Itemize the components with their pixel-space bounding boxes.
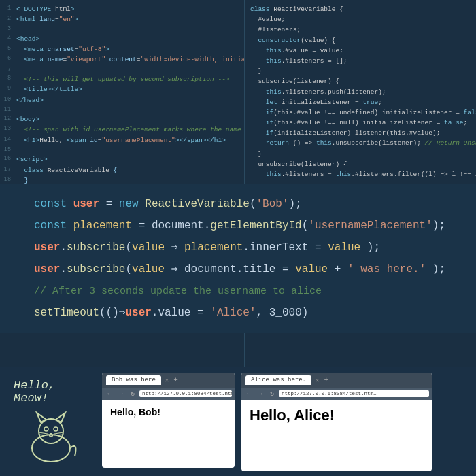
code-line: if(this.#value !== null) initializeListe…: [245, 118, 476, 128]
code-line: return () => this.unsubscribe(listener);…: [245, 138, 476, 148]
browser-alice: Alice was here. ✕ + ← → ↻ http://127.0.0…: [241, 373, 432, 471]
main-code-line: const user = new ReactiveVariable('Bob')…: [34, 193, 442, 215]
browser-content-alice: Hello, Alice!: [241, 400, 432, 431]
svg-marker-3: [56, 413, 65, 422]
code-line: 3: [0, 24, 244, 34]
code-line: this.#listeners = [];: [245, 56, 476, 66]
main-code-display: const user = new ReactiveVariable('Bob')…: [0, 184, 476, 333]
code-line: 9 <title></title>: [0, 84, 244, 95]
main-code-line: setTimeout(()⇒user.value = 'Alice', 3_00…: [34, 302, 442, 324]
code-line: 10</head>: [0, 95, 244, 105]
svg-point-0: [32, 435, 70, 462]
code-line: #value;: [245, 14, 476, 24]
code-line: if(this.#value !== undefined) initialize…: [245, 107, 476, 118]
url-bar-bob[interactable]: http://127.0.0.1:8084/test.html: [139, 390, 232, 397]
browser-new-tab-alice[interactable]: +: [324, 376, 328, 384]
code-line: }: [245, 66, 476, 76]
forward-btn-bob[interactable]: →: [116, 390, 126, 398]
browser-nav-alice: ← → ↻ http://127.0.0.1:8084/test.html: [241, 388, 432, 400]
browser-tab-bob[interactable]: Bob was here: [106, 375, 161, 385]
browser-nav-bob: ← → ↻ http://127.0.0.1:8084/test.html: [102, 388, 235, 400]
back-btn-alice[interactable]: ←: [244, 390, 254, 398]
browser-content-bob: Hello, Bob!: [102, 400, 235, 424]
refresh-btn-alice[interactable]: ↻: [267, 390, 277, 398]
code-line: 11: [0, 105, 244, 115]
main-code-line: user.subscribe(value ⇒ placement.innerTe…: [34, 237, 442, 258]
code-line: this.#value = value;: [245, 46, 476, 56]
bottom-section: Hello, Meow! Bo: [0, 367, 476, 476]
code-line: class ReactiveVariable {: [245, 4, 476, 14]
code-line: 2<html lang="en">: [0, 14, 244, 24]
code-line: 5 <meta charset="utf-8">: [0, 44, 244, 54]
browser-bar-bob: Bob was here ✕ +: [102, 373, 235, 388]
code-line: 17 class ReactiveVariable {: [0, 165, 244, 175]
svg-point-1: [39, 419, 63, 443]
svg-marker-2: [37, 413, 46, 422]
cat-area: Hello, Meow!: [7, 373, 95, 471]
refresh-btn-bob[interactable]: ↻: [128, 390, 137, 398]
browser-bob: Bob was here ✕ + ← → ↻ http://127.0.0.1:…: [102, 373, 235, 468]
main-code-line: // After 3 seconds update the username t…: [34, 280, 442, 302]
code-line: 8 <!-- this will get updated by second s…: [0, 74, 244, 84]
code-line: 14 <h1>Hello, <span id="usernamePlacemen…: [0, 135, 244, 146]
browser-bar-alice: Alice was here. ✕ +: [241, 373, 432, 388]
code-line: constructor(value) {: [245, 35, 476, 46]
svg-point-5: [54, 427, 58, 431]
code-line: 6 <meta name="viewport" content="width=d…: [0, 54, 244, 65]
back-btn-bob[interactable]: ←: [105, 390, 114, 398]
browser-text-alice: Hello, Alice!: [250, 407, 424, 424]
browser-tab-alice[interactable]: Alice was here.: [245, 375, 311, 385]
browser-close-bob[interactable]: ✕: [165, 377, 169, 384]
code-line: 16<script>: [0, 154, 244, 165]
code-line: this.#listeners = this.#listeners.filter…: [245, 169, 476, 180]
main-code-line: user.subscribe(value ⇒ document.title = …: [34, 258, 442, 280]
code-line: }: [245, 149, 476, 159]
svg-line-7: [39, 432, 48, 434]
code-line: 7: [0, 65, 244, 75]
code-line: unsubscribe(listener) {: [245, 159, 476, 169]
browser-new-tab-bob[interactable]: +: [173, 376, 178, 384]
cat-drawing: [20, 407, 82, 465]
browser-text-bob: Hello, Bob!: [110, 407, 226, 418]
code-line: 4<head>: [0, 34, 244, 44]
code-line: 12<body>: [0, 114, 244, 124]
code-line: 15: [0, 146, 244, 155]
cat-greeting: Hello, Meow!: [14, 379, 95, 405]
code-line: let initializeListener = true;: [245, 97, 476, 107]
svg-line-9: [54, 432, 63, 434]
code-line: if(initializeListener) listener(this.#va…: [245, 128, 476, 138]
code-line: #listeners;: [245, 24, 476, 35]
code-line: 13 <!-- span with id usernamePlacement m…: [0, 124, 244, 135]
code-line: subscribe(listener) {: [245, 76, 476, 86]
browser-close-alice[interactable]: ✕: [316, 377, 319, 384]
svg-point-4: [44, 427, 48, 431]
code-line: this.#listeners.push(listener);: [245, 87, 476, 97]
forward-btn-alice[interactable]: →: [256, 390, 265, 398]
main-code-line: const placement = document.getElementByI…: [34, 215, 442, 237]
code-line: 1<!DOCTYPE html>: [0, 4, 244, 14]
url-bar-alice[interactable]: http://127.0.0.1:8084/test.html: [279, 390, 429, 397]
